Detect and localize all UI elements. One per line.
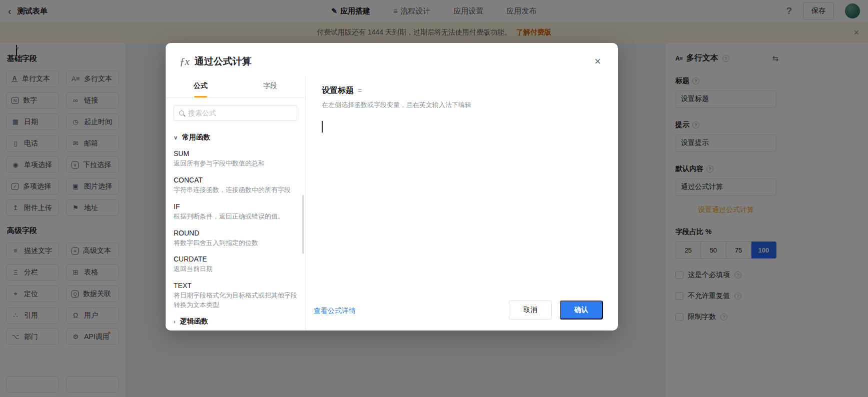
function-item-round[interactable]: ROUND 将数字四舍五入到指定的位数 xyxy=(174,229,297,248)
function-list: ∨ 常用函数 SUM 返回所有参与字段中数值的总和 CONCAT 字符串连接函数… xyxy=(166,122,305,330)
function-desc: 字符串连接函数，连接函数中的所有字段 xyxy=(174,186,297,195)
function-name: TEXT xyxy=(174,282,297,290)
function-item-curdate[interactable]: CURDATE 返回当前日期 xyxy=(174,255,297,274)
tab-formula[interactable]: 公式 xyxy=(166,76,236,98)
modal-title: 通过公式计算 xyxy=(195,55,252,68)
scrollbar-thumb[interactable] xyxy=(302,195,304,254)
chevron-right-icon: › xyxy=(174,318,176,324)
formula-left-panel: 公式 字段 ∨ 常用函数 SUM 返回所有参与字段中数值的总和 CONCAT 字… xyxy=(166,76,306,330)
function-desc: 将日期字段格式化为目标格式或把其他字段转换为文本类型 xyxy=(174,291,297,310)
function-item-if[interactable]: IF 根据判断条件，返回正确或错误的值。 xyxy=(174,202,297,222)
search-icon xyxy=(179,110,184,116)
formula-search-box[interactable] xyxy=(174,105,297,121)
group-label: 逻辑函数 xyxy=(180,317,208,326)
formula-search-input[interactable] xyxy=(188,109,292,117)
formula-editor-panel[interactable]: 设置标题 = 在左侧选择函数或字段变量，且在英文输入法下编辑 查看公式详情 取消… xyxy=(306,76,618,330)
formula-detail-link[interactable]: 查看公式详情 xyxy=(314,306,356,316)
chevron-down-icon: ∨ xyxy=(174,134,178,141)
function-name: CONCAT xyxy=(174,176,297,184)
group-label: 常用函数 xyxy=(182,133,210,142)
function-item-concat[interactable]: CONCAT 字符串连接函数，连接函数中的所有字段 xyxy=(174,176,297,195)
formula-modal: ƒx 通过公式计算 × 公式 字段 ∨ 常用函数 SUM 返回所有参与字段中数值… xyxy=(166,43,618,330)
group-logic-functions[interactable]: › 逻辑函数 xyxy=(174,317,297,326)
editor-hint: 在左侧选择函数或字段变量，且在英文输入法下编辑 xyxy=(322,100,604,110)
function-desc: 根据判断条件，返回正确或错误的值。 xyxy=(174,212,297,222)
function-desc: 将数字四舍五入到指定的位数 xyxy=(174,238,297,248)
function-desc: 返回所有参与字段中数值的总和 xyxy=(174,159,297,168)
group-common-functions[interactable]: ∨ 常用函数 xyxy=(174,133,297,142)
fx-icon: ƒx xyxy=(180,56,190,68)
function-name: ROUND xyxy=(174,229,297,237)
function-desc: 返回当前日期 xyxy=(174,264,297,274)
tab-fields[interactable]: 字段 xyxy=(236,76,306,98)
function-item-text[interactable]: TEXT 将日期字段格式化为目标格式或把其他字段转换为文本类型 xyxy=(174,282,297,310)
cancel-button[interactable]: 取消 xyxy=(509,300,552,320)
function-name: IF xyxy=(174,202,297,210)
modal-close-icon[interactable]: × xyxy=(594,56,601,67)
editor-target-title: 设置标题 xyxy=(322,86,354,96)
equals-sign: = xyxy=(358,86,362,94)
confirm-button[interactable]: 确认 xyxy=(560,300,603,320)
function-name: CURDATE xyxy=(174,255,297,263)
function-item-sum[interactable]: SUM 返回所有参与字段中数值的总和 xyxy=(174,150,297,168)
text-caret xyxy=(322,121,323,132)
function-name: SUM xyxy=(174,150,297,158)
